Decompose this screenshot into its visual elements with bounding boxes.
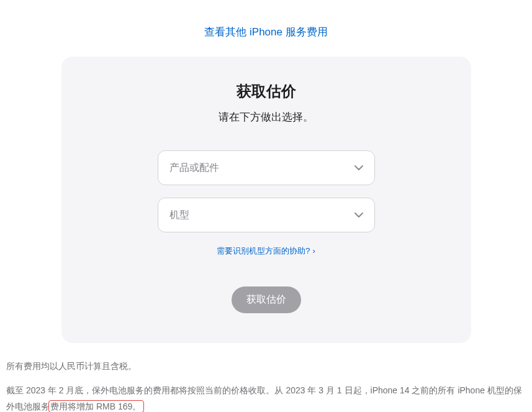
chevron-down-icon	[354, 213, 363, 217]
chevron-right-icon: ›	[312, 246, 315, 255]
get-estimate-button[interactable]: 获取估价	[232, 286, 301, 313]
product-select-placeholder: 产品或配件	[169, 162, 219, 175]
footer-line-2: 截至 2023 年 2 月底，保外电池服务的费用都将按照当前的价格收取。从 20…	[6, 382, 526, 412]
identify-model-help-link[interactable]: 需要识别机型方面的协助?›	[217, 246, 315, 255]
top-service-link-container: 查看其他 iPhone 服务费用	[0, 0, 532, 57]
help-link-container: 需要识别机型方面的协助?›	[74, 245, 459, 257]
footer-notes: 所有费用均以人民币计算且含税。 截至 2023 年 2 月底，保外电池服务的费用…	[0, 343, 532, 412]
model-select-placeholder: 机型	[169, 209, 189, 222]
footer-line-1: 所有费用均以人民币计算且含税。	[6, 358, 526, 375]
product-select-wrapper: 产品或配件	[158, 150, 375, 185]
model-select[interactable]: 机型	[158, 198, 375, 232]
chevron-down-icon	[354, 165, 363, 170]
card-subtitle: 请在下方做出选择。	[74, 110, 459, 124]
help-link-label: 需要识别机型方面的协助?	[217, 246, 310, 255]
other-iphone-service-link[interactable]: 查看其他 iPhone 服务费用	[204, 26, 327, 38]
card-title: 获取估价	[74, 81, 459, 101]
estimate-card: 获取估价 请在下方做出选择。 产品或配件 机型 需要识别机型方面的协助?› 获取…	[61, 57, 471, 343]
product-select[interactable]: 产品或配件	[158, 150, 375, 185]
highlighted-price-increase: 费用将增加 RMB 169。	[48, 400, 144, 412]
model-select-wrapper: 机型	[158, 198, 375, 232]
